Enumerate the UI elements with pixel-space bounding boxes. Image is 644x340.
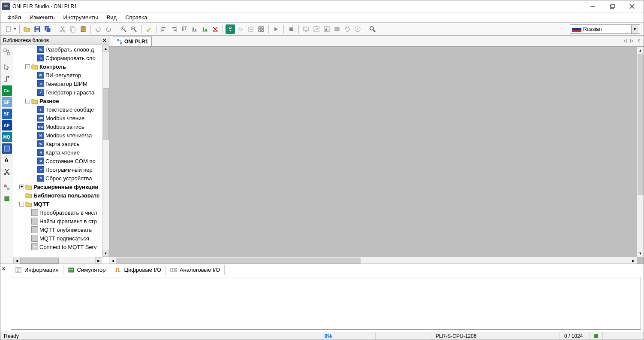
vtool-text[interactable]: A bbox=[2, 155, 12, 165]
tab-close-button[interactable]: × bbox=[636, 37, 642, 43]
zoom-in-button[interactable] bbox=[119, 24, 128, 34]
vtool-workspace[interactable] bbox=[2, 47, 12, 57]
tree-item[interactable]: WКарта запись bbox=[13, 140, 102, 148]
zoom-out-button[interactable] bbox=[129, 24, 138, 34]
save-all-button[interactable] bbox=[43, 24, 52, 34]
tab-next-button[interactable]: ▷ bbox=[629, 37, 635, 43]
tree-item[interactable]: PIПИ-регулятор bbox=[13, 71, 102, 79]
stop-button[interactable] bbox=[286, 24, 296, 34]
tree-item[interactable]: +Расширенные функции bbox=[13, 182, 102, 191]
scroll-right-icon[interactable]: ▶ bbox=[95, 257, 102, 264]
vtool-sf[interactable]: SF bbox=[2, 109, 12, 119]
menu-edit[interactable]: Изменить bbox=[25, 13, 59, 21]
tree-item[interactable]: Преобразовать в числ bbox=[13, 208, 102, 217]
vtool-mq[interactable]: MQ bbox=[2, 132, 12, 142]
tree-item[interactable]: MModbus чтение/за bbox=[13, 131, 102, 140]
expander-icon[interactable]: + bbox=[19, 185, 24, 189]
menu-view[interactable]: Вид bbox=[102, 13, 121, 21]
canvas[interactable]: ▲▼ ◀▶ bbox=[109, 47, 644, 264]
scroll-thumb-h[interactable] bbox=[20, 258, 59, 264]
copy-button[interactable] bbox=[68, 24, 78, 34]
language-select[interactable]: Russian ▼ bbox=[570, 24, 640, 34]
expander-icon[interactable]: - bbox=[25, 99, 30, 103]
tree-item[interactable]: MWModbus запись bbox=[13, 122, 102, 131]
tree-item[interactable]: -MQTT bbox=[13, 200, 102, 208]
save-button[interactable] bbox=[33, 24, 42, 34]
tree-item[interactable]: -Контроль bbox=[13, 62, 102, 71]
tab-prev-button[interactable]: ◁ bbox=[622, 37, 628, 43]
chart2-button[interactable] bbox=[322, 24, 331, 34]
tree-item[interactable]: ⇄Connect to MQTT Serv bbox=[13, 243, 102, 251]
new-dropdown[interactable]: ▼ bbox=[13, 27, 17, 31]
menu-file[interactable]: Файл bbox=[3, 13, 25, 21]
canvas-tab-main[interactable]: ONI PLR1 bbox=[113, 36, 152, 46]
vtool-module[interactable] bbox=[2, 194, 12, 204]
menu-help[interactable]: Справка bbox=[121, 13, 151, 21]
scroll-thumb[interactable] bbox=[103, 88, 109, 140]
expander-icon[interactable]: - bbox=[19, 202, 24, 206]
vtool-wire[interactable] bbox=[2, 74, 12, 84]
monitor-button[interactable] bbox=[301, 24, 311, 34]
tree-item[interactable]: TТекстовые сообще bbox=[13, 105, 102, 114]
align-left-button[interactable] bbox=[159, 24, 169, 34]
redo-button[interactable] bbox=[104, 24, 113, 34]
bottom-tab-simulator[interactable]: Симулятор bbox=[63, 265, 111, 275]
tree-item[interactable]: ↻Сброс устройства bbox=[13, 174, 102, 182]
bottom-close-button[interactable]: × bbox=[2, 266, 5, 272]
refresh-button[interactable] bbox=[343, 24, 352, 34]
align-right-button[interactable] bbox=[169, 24, 179, 34]
tree-item[interactable]: Найти фрагмент в стр bbox=[13, 217, 102, 225]
connect-green-button[interactable] bbox=[200, 24, 210, 34]
tree-item[interactable]: RКарта чтение bbox=[13, 148, 102, 157]
vtool-gf[interactable]: GF bbox=[2, 97, 12, 107]
tree-item[interactable]: -Разное bbox=[13, 97, 102, 105]
minimize-button[interactable] bbox=[583, 0, 602, 12]
search-button[interactable] bbox=[368, 24, 377, 34]
tree-item[interactable]: ⎍Генератор ШИМ bbox=[13, 79, 102, 88]
library-close-button[interactable]: × bbox=[103, 37, 106, 44]
vtool-cut[interactable] bbox=[2, 167, 12, 177]
canvas-hscrollbar[interactable]: ◀▶ bbox=[109, 257, 637, 264]
scroll-left-icon[interactable]: ◀ bbox=[13, 258, 20, 264]
disconnect-red-button[interactable] bbox=[211, 24, 220, 34]
tree-item[interactable]: ⚙Состояние COM по bbox=[13, 157, 102, 165]
new-button[interactable] bbox=[4, 24, 13, 34]
device-button[interactable] bbox=[332, 24, 342, 34]
tree-item[interactable]: WРазобрать слово д bbox=[13, 45, 102, 54]
online-button[interactable] bbox=[226, 24, 235, 34]
expander-icon[interactable]: - bbox=[25, 64, 30, 69]
vtool-pointer[interactable] bbox=[2, 62, 12, 73]
maximize-button[interactable] bbox=[602, 0, 622, 12]
tree-item[interactable]: Библиотека пользовате bbox=[13, 191, 102, 200]
clock-button[interactable] bbox=[353, 24, 362, 34]
bottom-tab-analog-io[interactable]: 1.0 Аналоговые I/O bbox=[166, 265, 225, 275]
bottom-tab-info[interactable]: Информация bbox=[11, 265, 63, 275]
undo-button[interactable] bbox=[93, 24, 103, 34]
tree-item[interactable]: MRModbus чтение bbox=[13, 114, 102, 122]
align-top-button[interactable] bbox=[180, 24, 189, 34]
vtool-connect[interactable] bbox=[2, 182, 12, 192]
grid-button[interactable] bbox=[256, 24, 266, 34]
play-button[interactable] bbox=[271, 24, 281, 34]
paste-button[interactable] bbox=[78, 24, 88, 34]
cut-button[interactable] bbox=[58, 24, 67, 34]
tree-hscrollbar[interactable]: ◀ ▶ bbox=[13, 257, 102, 264]
tree-item[interactable]: PПрограммный пер bbox=[13, 165, 102, 174]
canvas-vscrollbar[interactable]: ▲▼ bbox=[637, 47, 644, 257]
bottom-tab-digital-io[interactable]: Цифровые I/O bbox=[110, 265, 166, 275]
vtool-ap[interactable]: AP bbox=[2, 120, 12, 131]
vtool-co[interactable]: Co bbox=[2, 85, 12, 96]
close-button[interactable] bbox=[622, 0, 642, 12]
transfer-button[interactable] bbox=[236, 24, 245, 34]
tree-vscrollbar[interactable]: ▲ ▼ bbox=[102, 45, 109, 257]
tree-item[interactable]: ╱Генератор нараста bbox=[13, 88, 102, 97]
tree-item[interactable]: ↓MQTT подписаться bbox=[13, 234, 102, 243]
download-button[interactable] bbox=[246, 24, 256, 34]
scroll-down-icon[interactable]: ▼ bbox=[102, 250, 109, 257]
highlight-button[interactable] bbox=[144, 24, 153, 34]
scroll-up-icon[interactable]: ▲ bbox=[102, 45, 109, 52]
vtool-library[interactable] bbox=[2, 143, 12, 154]
menu-tools[interactable]: Инструменты bbox=[59, 13, 102, 21]
open-button[interactable] bbox=[22, 24, 32, 34]
align-bottom-button[interactable] bbox=[190, 24, 199, 34]
